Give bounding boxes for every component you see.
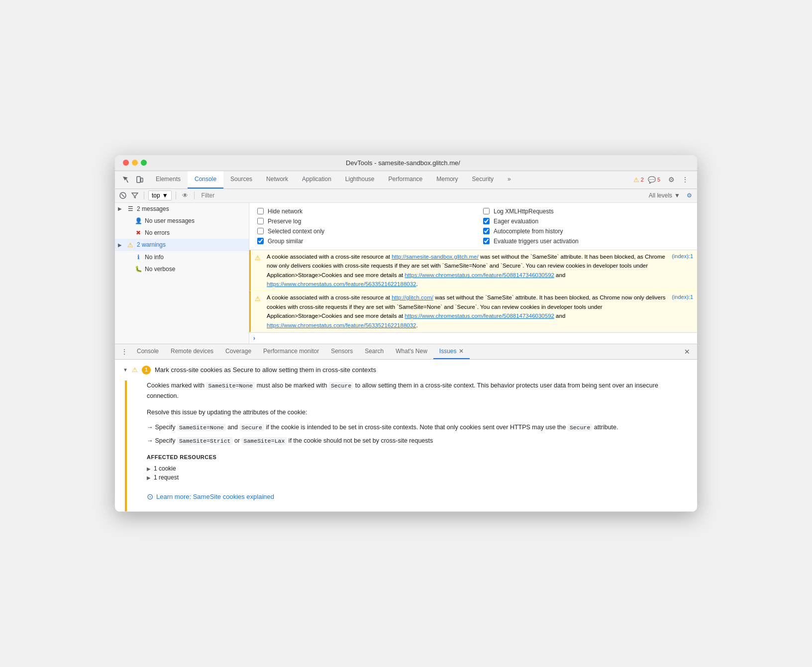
message-icon: 💬 [648, 176, 656, 184]
traffic-lights [123, 160, 147, 166]
option-group-similar[interactable]: Group similar [257, 238, 463, 245]
bottom-tab-more-icon[interactable]: ⋮ [118, 348, 131, 356]
bottom-tab-search[interactable]: Search [359, 344, 390, 359]
maximize-button[interactable] [141, 160, 147, 166]
info-icon: ℹ [135, 254, 142, 261]
affected-resources-title: AFFECTED RESOURCES [147, 454, 687, 460]
devtools-window: DevTools - samesite-sandbox.glitch.me/ E… [115, 155, 697, 512]
console-clear-icon[interactable] [118, 191, 128, 200]
group-similar-checkbox[interactable] [257, 238, 264, 244]
learn-more-link[interactable]: Learn more: SameSite cookies explained [156, 493, 274, 500]
tab-elements[interactable]: Elements [149, 171, 188, 189]
minimize-button[interactable] [132, 160, 138, 166]
tab-console[interactable]: Console [188, 171, 223, 189]
bottom-tab-performance-monitor[interactable]: Performance monitor [257, 344, 325, 359]
sidebar-item-user-messages[interactable]: 👤 No user messages [115, 215, 249, 227]
warning-count-badge: ⚠ 2 [633, 176, 644, 184]
selected-context-checkbox[interactable] [257, 228, 264, 234]
settings-icon[interactable]: ⚙ [665, 174, 677, 186]
affected-arrow-1: ▶ [147, 466, 151, 472]
log-xhr-checkbox[interactable] [483, 208, 490, 214]
sidebar-item-warnings[interactable]: ▶ ⚠ 2 warnings [115, 239, 249, 251]
eye-icon[interactable]: 👁 [180, 191, 190, 200]
window-title: DevTools - samesite-sandbox.glitch.me/ [346, 159, 460, 167]
issues-panel: ▼ ⚠ 1 Mark cross-site cookies as Secure … [115, 360, 697, 512]
bottom-tab-remote-devices[interactable]: Remote devices [165, 344, 219, 359]
hide-network-checkbox[interactable] [257, 208, 264, 214]
msg-link-1c[interactable]: https://www.chromestatus.com/feature/563… [267, 281, 416, 287]
msg-link-1a[interactable]: http://samesite-sandbox.glitch.me/ [392, 254, 479, 260]
levels-dropdown[interactable]: All levels ▼ [649, 192, 680, 199]
close-button[interactable] [123, 160, 129, 166]
console-toolbar: top ▼ 👁 All levels ▼ ⚙ [115, 189, 697, 203]
console-prompt: › [249, 332, 697, 344]
user-icon: 👤 [135, 217, 142, 224]
filter-icon[interactable] [130, 191, 140, 200]
issue-header-1[interactable]: ▼ ⚠ 1 Mark cross-site cookies as Secure … [115, 360, 697, 381]
bottom-tab-issues[interactable]: Issues ✕ [433, 344, 470, 359]
issue-item-1: ▼ ⚠ 1 Mark cross-site cookies as Secure … [115, 360, 697, 512]
tab-memory[interactable]: Memory [429, 171, 465, 189]
list-icon: ☰ [127, 205, 134, 212]
issue-warning-icon: ⚠ [132, 366, 138, 374]
msg-link-2a[interactable]: http://glitch.com/ [392, 294, 433, 300]
tab-application[interactable]: Application [295, 171, 338, 189]
preserve-log-checkbox[interactable] [257, 218, 264, 224]
affected-arrow-2: ▶ [147, 475, 151, 480]
option-autocomplete[interactable]: Autocomplete from history [483, 228, 689, 235]
eager-eval-checkbox[interactable] [483, 218, 490, 224]
issue-description: Cookies marked with SameSite=None must a… [147, 381, 687, 402]
affected-item-request[interactable]: ▶ 1 request [147, 473, 687, 482]
tab-bar-right: ⚠ 2 💬 5 ⚙ ⋮ [629, 174, 695, 186]
option-selected-context[interactable]: Selected context only [257, 228, 463, 235]
option-evaluate-triggers[interactable]: Evaluate triggers user activation [483, 238, 689, 245]
sidebar-item-errors[interactable]: ✖ No errors [115, 227, 249, 239]
tab-sources[interactable]: Sources [223, 171, 259, 189]
warn-icon-1: ⚠ [255, 253, 263, 263]
tab-security[interactable]: Security [465, 171, 501, 189]
filter-input[interactable] [199, 192, 647, 199]
tab-more[interactable]: » [501, 171, 518, 189]
bottom-tab-sensors[interactable]: Sensors [325, 344, 359, 359]
issue-expand-arrow[interactable]: ▼ [123, 367, 128, 373]
tab-lighthouse[interactable]: Lighthouse [338, 171, 382, 189]
option-log-xhr[interactable]: Log XMLHttpRequests [483, 208, 689, 215]
option-eager-eval[interactable]: Eager evaluation [483, 218, 689, 225]
expand-arrow-messages: ▶ [118, 206, 124, 211]
bullet1-arrow: → [147, 422, 153, 433]
evaluate-triggers-checkbox[interactable] [483, 238, 490, 244]
more-options-icon[interactable]: ⋮ [679, 174, 691, 186]
affected-item-cookie[interactable]: ▶ 1 cookie [147, 464, 687, 473]
msg-location-2[interactable]: (index):1 [672, 293, 693, 302]
device-toolbar-icon[interactable] [134, 174, 146, 186]
close-issues-tab-icon[interactable]: ✕ [459, 348, 464, 355]
warning-icon: ⚠ [633, 176, 639, 184]
sidebar-item-messages[interactable]: ▶ ☰ 2 messages [115, 203, 249, 215]
tab-performance[interactable]: Performance [382, 171, 430, 189]
msg-link-2b[interactable]: https://www.chromestatus.com/feature/508… [405, 313, 554, 319]
learn-more: ⊙ Learn more: SameSite cookies explained [147, 492, 687, 501]
issue-resolve-text: Resolve this issue by updating the attri… [147, 407, 687, 418]
msg-link-1b[interactable]: https://www.chromestatus.com/feature/508… [405, 272, 554, 278]
console-settings-icon[interactable]: ⚙ [684, 191, 694, 200]
bottom-tab-console[interactable]: Console [131, 344, 165, 359]
tab-network[interactable]: Network [259, 171, 295, 189]
bottom-tab-coverage[interactable]: Coverage [219, 344, 257, 359]
inspect-icon[interactable] [120, 174, 132, 186]
msg-location-1[interactable]: (index):1 [672, 252, 693, 261]
close-bottom-panel-button[interactable]: ✕ [680, 348, 694, 356]
issue-bullet-1: → Specify SameSite=None and Secure if th… [147, 422, 687, 433]
msg-link-2c[interactable]: https://www.chromestatus.com/feature/563… [267, 322, 416, 328]
code-secure-3: Secure [568, 424, 592, 431]
warn-icon-2: ⚠ [255, 294, 263, 304]
autocomplete-checkbox[interactable] [483, 228, 490, 234]
bottom-tab-whats-new[interactable]: What's New [390, 344, 433, 359]
context-selector[interactable]: top ▼ [148, 191, 172, 200]
msg-row-1: A cookie associated with a cross-site re… [267, 252, 693, 289]
msg-content-2: A cookie associated with a cross-site re… [267, 293, 693, 330]
option-preserve-log[interactable]: Preserve log [257, 218, 463, 225]
sidebar-item-info[interactable]: ℹ No info [115, 251, 249, 263]
toolbar-separator [144, 191, 144, 199]
sidebar-item-verbose[interactable]: 🐛 No verbose [115, 263, 249, 275]
option-hide-network[interactable]: Hide network [257, 208, 463, 215]
